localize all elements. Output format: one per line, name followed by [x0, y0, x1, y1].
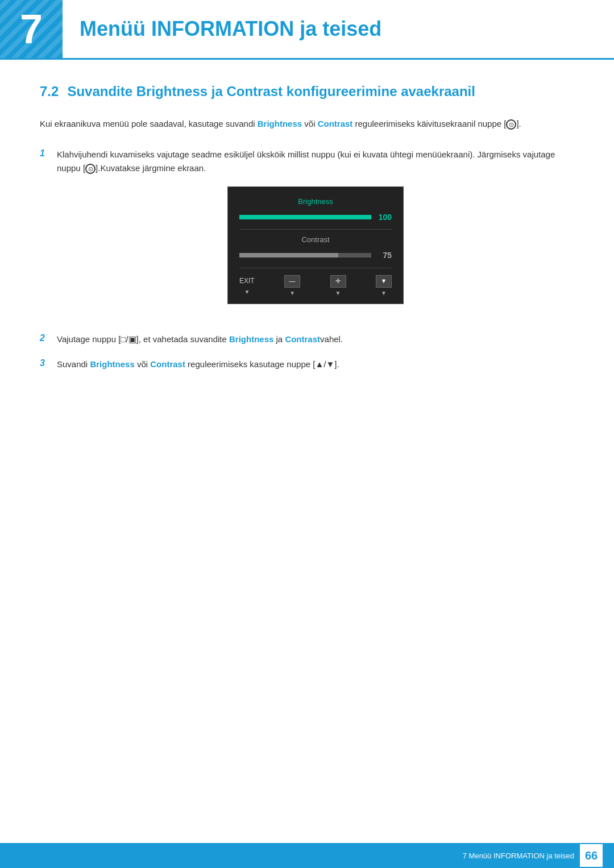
intro-paragraph: Kui ekraanikuva menüü pole saadaval, kas… [40, 117, 574, 131]
intro-text-after: reguleerimiseks käivitusekraanil nuppe [… [355, 119, 521, 128]
step-2: 2 Vajutage nuppu [□/▣], et vahetada suva… [40, 333, 574, 346]
contrast-value: 75 [376, 249, 392, 261]
step-1-content: Klahvijuhendi kuvamiseks vajutage seadme… [57, 148, 574, 321]
step-3-brightness: Brightness [90, 359, 134, 369]
page-number: 66 [580, 844, 603, 867]
intro-text-before: Kui ekraanikuva menüü pole saadaval, kas… [40, 119, 255, 128]
step-3-number: 3 [40, 358, 57, 368]
contrast-row: Contrast 75 [239, 234, 392, 261]
plus-arrow: ▼ [335, 289, 341, 298]
step-2-content: Vajutage nuppu [□/▣], et vahetada suvand… [57, 333, 574, 346]
minus-btn: — ▼ [284, 275, 300, 298]
step-2-text-before: Vajutage nuppu [□/▣], et vahetada suvand… [57, 334, 229, 344]
osd-buttons-row: EXIT ▼ — ▼ ✛ ▼ [239, 273, 392, 298]
contrast-bar-fill [239, 253, 338, 258]
step-1: 1 Klahvijuhendi kuvamiseks vajutage sead… [40, 148, 574, 321]
step-3-text-before: Suvandi [57, 359, 88, 369]
section-number: 7.2 [40, 84, 59, 99]
section-title-text: Suvandite Brightness ja Contrast konfigu… [67, 84, 475, 99]
down-icon: ▼ [376, 275, 392, 288]
minus-arrow: ▼ [289, 289, 295, 298]
exit-arrow: ▼ [244, 288, 250, 297]
step-3: 3 Suvandi Brightness või Contrast regule… [40, 358, 574, 371]
page-header: 7 Menüü INFORMATION ja teised [0, 0, 614, 60]
osd-widget: Brightness 100 Contrast [227, 186, 404, 304]
exit-label: EXIT [239, 276, 255, 286]
brightness-bar-row: 100 [239, 211, 392, 223]
intro-brightness-label: Brightness [258, 119, 302, 128]
step1-circle-icon: ⊙ [85, 164, 96, 174]
exit-btn: EXIT ▼ [239, 276, 255, 297]
step-2-contrast: Contrast [285, 334, 320, 344]
circle-button-icon: ⊙ [506, 119, 516, 130]
contrast-bar-track [239, 253, 371, 258]
osd-container: Brightness 100 Contrast [57, 186, 574, 304]
step-2-text-after: vahel. [320, 334, 343, 344]
down-btn: ▼ ▼ [376, 275, 392, 298]
osd-divider [239, 229, 392, 230]
down-arrow: ▼ [381, 289, 387, 298]
step-1-number: 1 [40, 148, 57, 159]
step-2-brightness: Brightness [229, 334, 273, 344]
footer-text: 7 Menüü INFORMATION ja teised [463, 852, 574, 860]
step-1-text: Klahvijuhendi kuvamiseks vajutage seadme… [57, 149, 555, 173]
step-3-contrast: Contrast [150, 359, 185, 369]
brightness-label: Brightness [239, 196, 392, 208]
steps-list: 1 Klahvijuhendi kuvamiseks vajutage sead… [40, 148, 574, 371]
step-2-number: 2 [40, 333, 57, 343]
brightness-bar-track [239, 215, 371, 219]
brightness-row: Brightness 100 [239, 196, 392, 223]
osd-divider-2 [239, 268, 392, 268]
contrast-label: Contrast [239, 234, 392, 246]
chapter-title: Menüü INFORMATION ja teised [63, 0, 399, 58]
intro-text-middle: või [304, 119, 317, 128]
plus-icon: ✛ [330, 275, 346, 288]
step-3-content: Suvandi Brightness või Contrast reguleer… [57, 358, 574, 371]
brightness-value: 100 [376, 211, 392, 223]
main-content: 7.2Suvandite Brightness ja Contrast konf… [0, 82, 614, 371]
brightness-bar-fill [239, 215, 371, 219]
intro-contrast-label: Contrast [318, 119, 353, 128]
page-footer: 7 Menüü INFORMATION ja teised 66 [0, 843, 614, 868]
contrast-bar-row: 75 [239, 249, 392, 261]
step-3-text-middle: või [137, 359, 150, 369]
chapter-number: 7 [20, 6, 43, 52]
section-title: 7.2Suvandite Brightness ja Contrast konf… [40, 82, 574, 100]
step-2-text-middle: ja [273, 334, 285, 344]
chapter-number-block: 7 [0, 0, 63, 58]
plus-btn: ✛ ▼ [330, 275, 346, 298]
minus-icon: — [284, 275, 300, 288]
step-3-text-after: reguleerimiseks kasutage nuppe [▲/▼]. [188, 359, 339, 369]
